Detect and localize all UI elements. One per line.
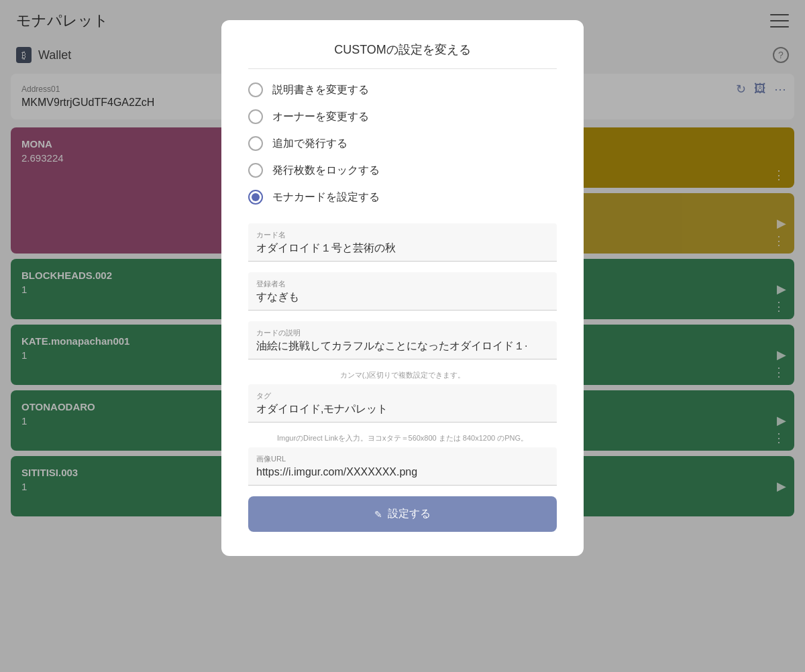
- modal-title: CUSTOMの設定を変える: [248, 42, 557, 69]
- registrant-name-field: 登録者名: [248, 272, 557, 311]
- radio-option-owner[interactable]: オーナーを変更する: [248, 109, 557, 124]
- image-url-note: ImgurのDirect Linkを入力。ヨコxタテ＝560x800 または 8…: [248, 433, 557, 443]
- tag-input[interactable]: [248, 384, 557, 423]
- card-name-input[interactable]: [248, 223, 557, 262]
- radio-circle-description: [248, 82, 263, 97]
- radio-circle-owner: [248, 109, 263, 124]
- card-name-label: カード名: [256, 230, 286, 240]
- modal-overlay[interactable]: CUSTOMの設定を変える 説明書きを変更する オーナーを変更する 追加で発行す…: [0, 0, 805, 672]
- radio-label-description: 説明書きを変更する: [272, 83, 369, 97]
- submit-label: 設定する: [388, 507, 431, 521]
- pencil-icon: ✎: [374, 509, 382, 520]
- tag-label: タグ: [256, 391, 271, 401]
- submit-button[interactable]: ✎ 設定する: [248, 496, 557, 532]
- radio-option-description[interactable]: 説明書きを変更する: [248, 82, 557, 97]
- card-description-label: カードの説明: [256, 328, 301, 338]
- radio-circle-issue: [248, 136, 263, 151]
- radio-option-issue[interactable]: 追加で発行する: [248, 136, 557, 151]
- radio-label-owner: オーナーを変更する: [272, 110, 369, 124]
- radio-circle-lock: [248, 163, 263, 178]
- tag-field: タグ: [248, 384, 557, 423]
- card-name-field: カード名: [248, 223, 557, 262]
- tag-note: カンマ(,)区切りで複数設定できます。: [248, 370, 557, 380]
- image-url-input[interactable]: [248, 447, 557, 486]
- radio-label-monacard: モナカードを設定する: [272, 190, 380, 205]
- radio-circle-monacard: [248, 190, 263, 205]
- radio-label-lock: 発行枚数をロックする: [272, 164, 380, 178]
- modal-dialog: CUSTOMの設定を変える 説明書きを変更する オーナーを変更する 追加で発行す…: [221, 20, 584, 556]
- registrant-name-input[interactable]: [248, 272, 557, 311]
- registrant-name-label: 登録者名: [256, 279, 286, 289]
- image-url-label: 画像URL: [256, 454, 286, 464]
- radio-option-lock[interactable]: 発行枚数をロックする: [248, 163, 557, 178]
- image-url-field: 画像URL: [248, 447, 557, 486]
- radio-group: 説明書きを変更する オーナーを変更する 追加で発行する 発行枚数をロックする モ…: [248, 82, 557, 205]
- card-description-input[interactable]: [248, 321, 557, 359]
- radio-option-monacard[interactable]: モナカードを設定する: [248, 190, 557, 205]
- radio-label-issue: 追加で発行する: [272, 137, 347, 151]
- card-description-field: カードの説明: [248, 321, 557, 359]
